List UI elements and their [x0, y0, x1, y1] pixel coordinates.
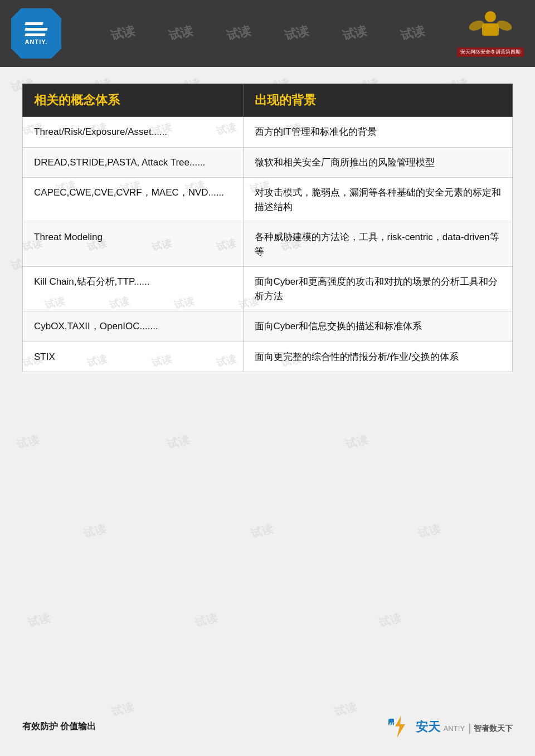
wm-1: 试读: [109, 22, 137, 45]
logo-line-2: [25, 28, 47, 31]
svg-marker-4: [395, 715, 405, 738]
logo: ANTIY.: [11, 8, 61, 58]
footer: 有效防护 价值输出 AT 安天 ANTIY 智者数天下: [22, 714, 513, 739]
table-cell-right: 面向Cyber和信息交换的描述和标准体系: [243, 311, 512, 342]
table-row: CybOX,TAXII，OpenIOC.......面向Cyber和信息交换的描…: [23, 311, 513, 342]
wm-4: 试读: [283, 22, 310, 45]
table-cell-left: CybOX,TAXII，OpenIOC.......: [23, 311, 244, 342]
table-cell-left: Kill Chain,钻石分析,TTP......: [23, 267, 244, 311]
table-cell-left: STIX: [23, 342, 244, 372]
footer-logo-icon: AT: [387, 714, 412, 739]
main-content: 试读 试读 试读 试读 试读 试读 试读 试读 试读 试读 试读 试读 试读 试…: [22, 84, 513, 372]
table-row: STIX面向更完整的综合性的情报分析/作业/交换的体系: [23, 342, 513, 372]
table-row: CAPEC,CWE,CVE,CVRF，MAEC，NVD......对攻击模式，脆…: [23, 178, 513, 222]
footer-brand: 安天: [416, 719, 440, 735]
header: ANTIY. 试读 试读 试读 试读 试读 试读 安天网络安全冬训营第四期: [0, 0, 535, 67]
header-watermarks: 试读 试读 试读 试读 试读 试读: [0, 0, 535, 67]
table-cell-left: Threat Modeling: [23, 222, 244, 267]
concept-table: 相关的概念体系 出现的背景 Threat/Risk/Exposure/Asset…: [22, 84, 513, 372]
footer-antiy-label: ANTIY: [444, 724, 465, 733]
wm-5: 试读: [341, 22, 368, 45]
footer-slogan: 有效防护 价值输出: [22, 721, 96, 733]
table-cell-right: 各种威胁建模的方法论，工具，risk-centric，data-driven等等: [243, 222, 512, 267]
header-badge: 安天网络安全冬训营第四期: [457, 47, 524, 57]
table-cell-left: Threat/Risk/Exposure/Asset......: [23, 117, 244, 148]
logo-line-1: [25, 22, 43, 25]
table-row: Kill Chain,钻石分析,TTP......面向Cyber和更高强度的攻击…: [23, 267, 513, 311]
table-cell-right: 西方的IT管理和标准化的背景: [243, 117, 512, 148]
logo-line-3: [25, 33, 45, 36]
col1-header: 相关的概念体系: [23, 84, 244, 117]
antiy-logo-right: [465, 10, 515, 46]
table-row: DREAD,STRIDE,PASTA, Attack Tree......微软和…: [23, 147, 513, 178]
wm-3: 试读: [225, 22, 252, 45]
svg-rect-1: [482, 23, 499, 36]
table-cell-right: 面向更完整的综合性的情报分析/作业/交换的体系: [243, 342, 512, 372]
svg-text:AT: AT: [389, 722, 395, 726]
wm-2: 试读: [167, 22, 194, 45]
table-row: Threat/Risk/Exposure/Asset......西方的IT管理和…: [23, 117, 513, 148]
logo-lines: [25, 22, 47, 36]
table-cell-left: DREAD,STRIDE,PASTA, Attack Tree......: [23, 147, 244, 178]
footer-brand-sub: 智者数天下: [469, 724, 513, 734]
svg-point-0: [485, 11, 496, 22]
table-cell-right: 面向Cyber和更高强度的攻击和对抗的场景的分析工具和分析方法: [243, 267, 512, 311]
col2-header: 出现的背景: [243, 84, 512, 117]
footer-logo: AT 安天 ANTIY 智者数天下: [387, 714, 513, 739]
header-right: 安天网络安全冬训营第四期: [457, 10, 524, 57]
logo-text: ANTIY.: [25, 38, 48, 45]
table-cell-right: 对攻击模式，脆弱点，漏洞等各种基础的安全元素的标定和描述结构: [243, 178, 512, 222]
wm-6: 试读: [398, 22, 426, 45]
table-cell-right: 微软和相关安全厂商所推出的风险管理模型: [243, 147, 512, 178]
table-cell-left: CAPEC,CWE,CVE,CVRF，MAEC，NVD......: [23, 178, 244, 222]
table-row: Threat Modeling各种威胁建模的方法论，工具，risk-centri…: [23, 222, 513, 267]
